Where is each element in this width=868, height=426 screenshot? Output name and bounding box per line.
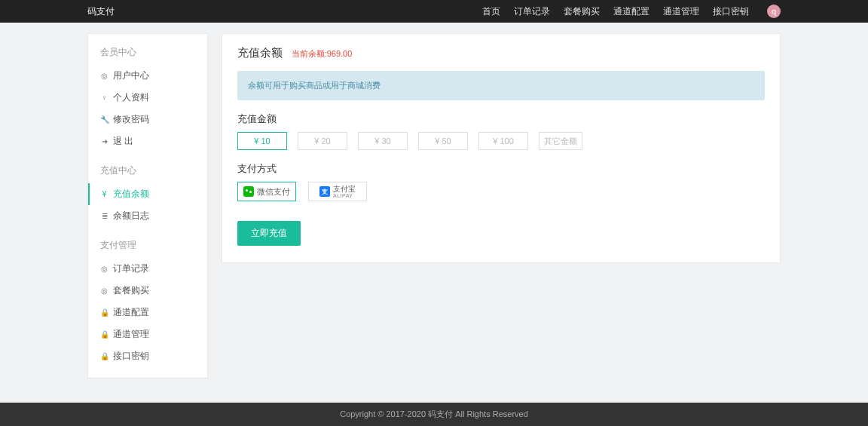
sidebar-item-channel-config[interactable]: 🔒通道配置 — [88, 302, 207, 323]
page-title: 充值余额 — [237, 46, 283, 59]
sidebar: 会员中心 ◎用户中心 ♀个人资料 🔧修改密码 ➜退 出 充值中心 ¥充值余额 ≣… — [87, 33, 208, 378]
sidebar-group-title: 充值中心 — [88, 161, 207, 183]
sidebar-item-label: 充值余额 — [113, 188, 149, 201]
amount-label: 充值金额 — [237, 112, 765, 126]
yen-icon: ¥ — [100, 190, 108, 198]
sidebar-item-balance-log[interactable]: ≣余额日志 — [88, 205, 207, 227]
lock-icon: 🔒 — [100, 308, 108, 317]
sidebar-item-label: 退 出 — [113, 135, 133, 148]
package-icon: ◎ — [100, 287, 108, 295]
nav-api-key[interactable]: 接口密钥 — [713, 5, 749, 18]
method-label: 支付方式 — [237, 162, 765, 176]
sidebar-item-label: 订单记录 — [113, 262, 149, 275]
amount-option[interactable]: ¥ 100 — [478, 132, 528, 150]
sidebar-item-orders[interactable]: ◎订单记录 — [88, 258, 207, 280]
nav-orders[interactable]: 订单记录 — [514, 5, 550, 18]
nav-package[interactable]: 套餐购买 — [564, 5, 600, 18]
user-center-icon: ◎ — [100, 72, 108, 80]
pay-method-label: 微信支付 — [257, 186, 290, 198]
sidebar-item-channel-manage[interactable]: 🔒通道管理 — [88, 323, 207, 345]
pay-method-alipay[interactable]: 支 支付宝 ALIPAY — [308, 182, 367, 201]
main-panel: 充值余额 当前余额:969.00 余额可用于购买商品或用于商城消费 充值金额 ¥… — [222, 33, 781, 263]
sidebar-item-package[interactable]: ◎套餐购买 — [88, 280, 207, 302]
sidebar-group-title: 支付管理 — [88, 236, 207, 258]
balance-text: 当前余额:969.00 — [292, 49, 353, 58]
amount-option[interactable]: ¥ 30 — [358, 132, 408, 150]
nav-channel-config[interactable]: 通道配置 — [613, 5, 649, 18]
sidebar-item-user-center[interactable]: ◎用户中心 — [88, 65, 207, 87]
sidebar-item-api-key[interactable]: 🔒接口密钥 — [88, 345, 207, 367]
info-alert: 余额可用于购买商品或用于商城消费 — [237, 71, 765, 100]
sidebar-group-title: 会员中心 — [88, 43, 207, 65]
sidebar-item-label: 接口密钥 — [113, 350, 149, 363]
amount-option[interactable]: ¥ 10 — [237, 132, 287, 150]
pay-method-wechat[interactable]: 微信支付 — [237, 182, 296, 201]
sidebar-item-label: 通道管理 — [113, 328, 149, 341]
sidebar-item-label: 余额日志 — [113, 210, 149, 222]
amount-option[interactable]: ¥ 50 — [418, 132, 468, 150]
alipay-icon: 支 — [319, 186, 330, 197]
wrench-icon: 🔧 — [100, 115, 108, 124]
wechat-icon — [243, 186, 254, 197]
amount-option[interactable]: ¥ 20 — [298, 132, 347, 150]
sidebar-item-label: 修改密码 — [113, 113, 149, 126]
lock-icon: 🔒 — [100, 352, 108, 360]
avatar[interactable]: q — [767, 5, 781, 18]
sidebar-item-label: 通道配置 — [113, 306, 149, 319]
nav-channel-manage[interactable]: 通道管理 — [663, 5, 699, 18]
sidebar-item-profile[interactable]: ♀个人资料 — [88, 87, 207, 109]
sidebar-item-label: 用户中心 — [113, 69, 149, 82]
sidebar-item-label: 个人资料 — [113, 91, 149, 104]
sidebar-item-label: 套餐购买 — [113, 284, 149, 297]
profile-icon: ♀ — [100, 93, 108, 102]
nav-home[interactable]: 首页 — [482, 5, 500, 18]
top-nav: 首页 订单记录 套餐购买 通道配置 通道管理 接口密钥 q — [482, 5, 781, 18]
submit-button[interactable]: 立即充值 — [237, 221, 301, 246]
orders-icon: ◎ — [100, 265, 108, 273]
list-icon: ≣ — [100, 212, 108, 220]
lock-icon: 🔒 — [100, 330, 108, 339]
sidebar-item-password[interactable]: 🔧修改密码 — [88, 109, 207, 130]
brand: 码支付 — [87, 5, 115, 18]
amount-option-other[interactable]: 其它金额 — [539, 132, 582, 150]
logout-icon: ➜ — [100, 137, 108, 146]
sidebar-item-recharge[interactable]: ¥充值余额 — [88, 183, 207, 205]
sidebar-item-logout[interactable]: ➜退 出 — [88, 130, 207, 152]
pay-method-label: 支付宝 ALIPAY — [333, 185, 356, 199]
